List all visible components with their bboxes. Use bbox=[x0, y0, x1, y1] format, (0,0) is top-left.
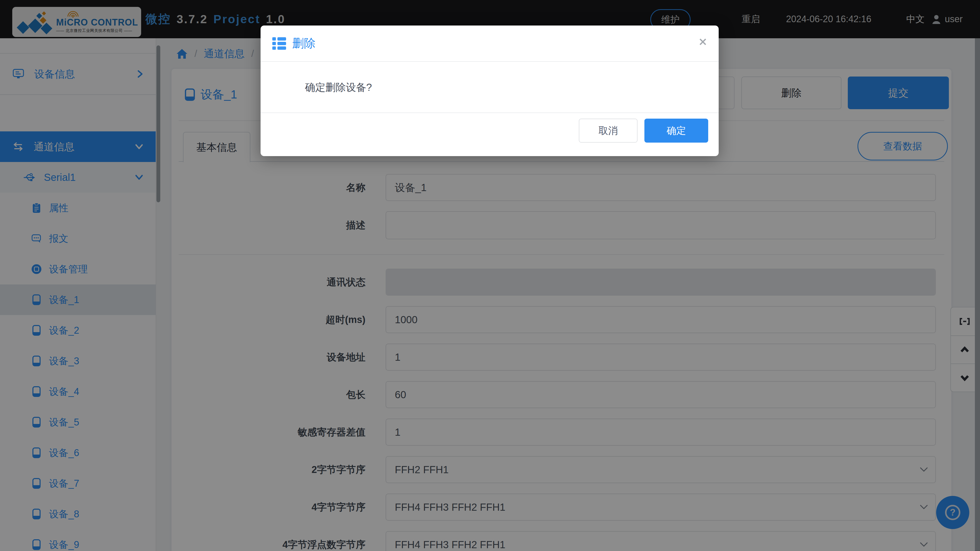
close-button[interactable] bbox=[697, 36, 708, 48]
delete-confirm-dialog: 删除 确定删除设备? 取消 确定 bbox=[261, 25, 719, 156]
dialog-title: 删除 bbox=[292, 35, 316, 51]
list-icon bbox=[272, 36, 286, 51]
dialog-header: 删除 bbox=[261, 25, 719, 62]
dialog-message: 确定删除设备? bbox=[261, 62, 719, 113]
close-icon bbox=[697, 36, 708, 48]
confirm-button[interactable]: 确定 bbox=[644, 119, 708, 143]
cancel-button[interactable]: 取消 bbox=[579, 119, 638, 143]
